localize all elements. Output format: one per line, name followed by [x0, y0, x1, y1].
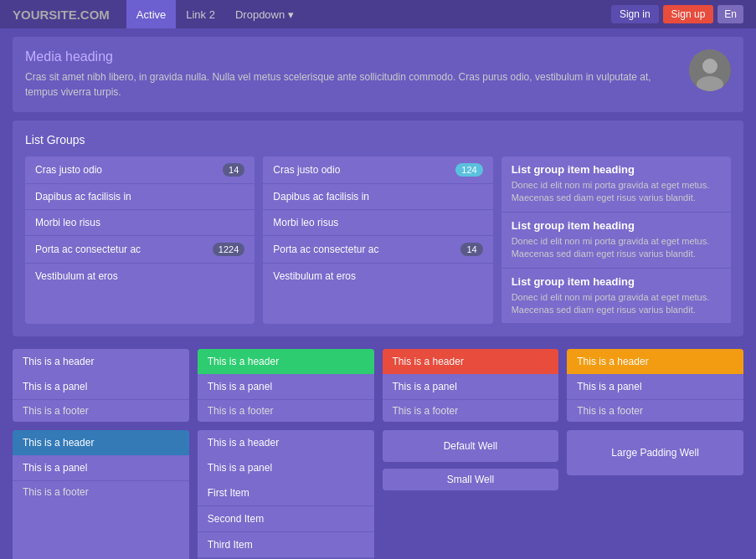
signin-button[interactable]: Sign in — [611, 5, 659, 23]
default-well: Default Well — [383, 430, 559, 462]
panel-row2-1: This is a header This is a panel This is… — [13, 430, 189, 559]
list-groups-grid: Cras justo odio 14 Dapibus ac facilisis … — [25, 156, 731, 324]
panel-3: This is a header This is a panel This is… — [383, 349, 559, 422]
panel-header-3: This is a header — [383, 349, 559, 374]
panel-body-2: This is a panel — [198, 374, 374, 399]
list-item[interactable]: Vestibulum at eros — [25, 264, 255, 289]
panel-4: This is a header This is a panel This is… — [567, 349, 743, 422]
panel-list-item-1[interactable]: First Item — [198, 480, 374, 506]
signup-button[interactable]: Sign up — [663, 5, 714, 23]
panel-footer-1: This is a footer — [13, 399, 189, 422]
panel-header-1: This is a header — [13, 349, 189, 374]
panel-2: This is a header This is a panel This is… — [198, 349, 374, 422]
list-groups-section: List Groups Cras justo odio 14 Dapibus a… — [13, 121, 743, 336]
panel-footer-3: This is a footer — [383, 399, 559, 422]
list-item[interactable]: Porta ac consectetur ac 14 — [263, 236, 492, 264]
list-item[interactable]: Porta ac consectetur ac 1224 — [25, 236, 255, 264]
panel-row2-2: This is a header This is a panel First I… — [198, 430, 374, 559]
media-section: Media heading Cras sit amet nibh libero,… — [13, 37, 743, 112]
list-item[interactable]: Morbi leo risus — [263, 210, 492, 236]
panel-header-row2-2: This is a header — [198, 430, 374, 455]
list-group-1: Cras justo odio 14 Dapibus ac facilisis … — [25, 156, 255, 324]
nav-link-active[interactable]: Active — [126, 0, 176, 28]
svg-point-1 — [702, 59, 717, 74]
avatar — [689, 49, 731, 91]
navbar-brand: YOURSITE.COM — [13, 8, 110, 22]
media-heading: Media heading — [25, 49, 676, 64]
panel-body-row2-2: This is a panel — [198, 455, 374, 480]
panel-footer-2: This is a footer — [198, 399, 374, 422]
navbar: YOURSITE.COM Active Link 2 Dropdown ▾ Si… — [0, 0, 756, 28]
list-item[interactable]: Dapibus ac facilisis in — [263, 184, 492, 210]
media-text: Cras sit amet nibh libero, in gravida nu… — [25, 69, 676, 100]
panels-row1: This is a header This is a panel This is… — [13, 349, 743, 422]
list-group-heading-item[interactable]: List group item heading Donec id elit no… — [501, 213, 731, 269]
large-well: Large Padding Well — [567, 430, 743, 475]
panel-body-row2-1: This is a panel — [13, 455, 189, 480]
panel-body-4: This is a panel — [567, 374, 743, 399]
list-item[interactable]: Morbi leo risus — [25, 210, 255, 236]
media-body: Media heading Cras sit amet nibh libero,… — [25, 49, 676, 100]
panel-1: This is a header This is a panel This is… — [13, 349, 189, 422]
wells-col4: Large Padding Well — [567, 430, 743, 559]
list-item[interactable]: Vestibulum at eros — [263, 264, 492, 289]
panel-header-2: This is a header — [198, 349, 374, 374]
panel-body-1: This is a panel — [13, 374, 189, 399]
list-group-2: Cras justo odio 124 Dapibus ac facilisis… — [263, 156, 492, 324]
list-item[interactable]: Dapibus ac facilisis in — [25, 184, 255, 210]
list-item[interactable]: Cras justo odio 14 — [25, 156, 255, 184]
list-item[interactable]: Cras justo odio 124 — [263, 156, 492, 184]
wells-col3: Default Well Small Well — [383, 430, 559, 559]
small-well: Small Well — [383, 469, 559, 490]
nav-link-dropdown[interactable]: Dropdown ▾ — [225, 0, 304, 28]
list-group-3: List group item heading Donec id elit no… — [501, 156, 731, 324]
panels-row2: This is a header This is a panel This is… — [13, 430, 743, 559]
panel-list-item-3[interactable]: Third Item — [198, 532, 374, 558]
lang-button[interactable]: En — [717, 5, 743, 23]
nav-link-2[interactable]: Link 2 — [176, 0, 225, 28]
list-groups-title: List Groups — [25, 133, 731, 146]
main-content: List Groups Cras justo odio 14 Dapibus a… — [0, 121, 756, 559]
panel-footer-row2-1: This is a footer — [13, 480, 189, 503]
list-group-heading-item[interactable]: List group item heading Donec id elit no… — [501, 156, 731, 213]
panel-list-item-2[interactable]: Second Item — [198, 506, 374, 532]
list-group-heading-item[interactable]: List group item heading Donec id elit no… — [501, 269, 731, 325]
panel-header-row2-1: This is a header — [13, 430, 189, 455]
panel-header-4: This is a header — [567, 349, 743, 374]
panel-body-3: This is a panel — [383, 374, 559, 399]
panel-footer-4: This is a footer — [567, 399, 743, 422]
